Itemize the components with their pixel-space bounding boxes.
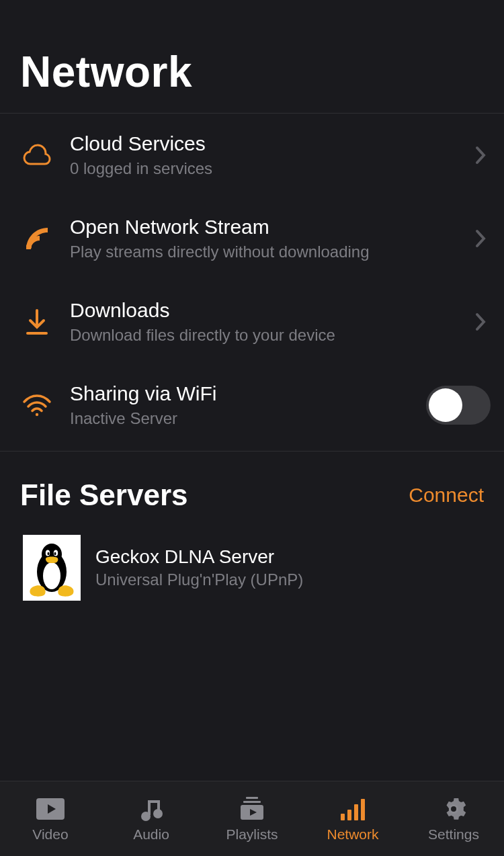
row-title: Downloads (70, 299, 454, 322)
wifi-icon (20, 388, 54, 422)
row-cloud-services[interactable]: Cloud Services 0 logged in services (0, 114, 504, 197)
row-subtitle: Play streams directly without downloadin… (70, 243, 454, 261)
spacer (0, 613, 504, 781)
row-subtitle: 0 logged in services (70, 159, 454, 178)
svg-rect-18 (354, 804, 358, 820)
svg-rect-13 (246, 797, 258, 799)
svg-point-8 (54, 552, 56, 555)
tab-label: Playlists (226, 826, 278, 843)
row-subtitle: Download files directly to your device (70, 326, 454, 345)
tab-playlists[interactable]: Playlists (202, 781, 302, 856)
tab-settings[interactable]: Settings (403, 781, 504, 856)
row-downloads[interactable]: Downloads Download files directly to you… (0, 280, 504, 363)
settings-icon (441, 796, 466, 822)
row-open-network-stream[interactable]: Open Network Stream Play streams directl… (0, 197, 504, 280)
svg-point-1 (36, 413, 38, 416)
row-title: Open Network Stream (70, 216, 454, 239)
row-subtitle: Inactive Server (70, 409, 410, 428)
connect-button[interactable]: Connect (409, 484, 484, 507)
server-subtitle: Universal Plug'n'Play (UPnP) (95, 570, 303, 589)
tab-audio[interactable]: Audio (101, 781, 202, 856)
page-header: Network (0, 0, 504, 114)
svg-point-0 (26, 244, 32, 249)
svg-point-7 (48, 552, 50, 555)
wifi-sharing-toggle[interactable] (426, 386, 491, 425)
svg-rect-14 (243, 801, 261, 803)
video-icon (36, 796, 65, 822)
cloud-icon (20, 138, 54, 172)
svg-point-10 (141, 812, 151, 821)
server-texts: Geckox DLNA Server Universal Plug'n'Play… (95, 546, 303, 589)
file-servers-header: File Servers Connect (0, 452, 504, 523)
tab-label: Network (327, 826, 378, 843)
row-title: Cloud Services (70, 132, 454, 155)
download-icon (20, 305, 54, 339)
row-title: Sharing via WiFi (70, 382, 410, 405)
server-row[interactable]: Geckox DLNA Server Universal Plug'n'Play… (0, 523, 504, 613)
svg-rect-16 (341, 814, 345, 820)
toggle-knob (429, 388, 462, 422)
row-texts: Downloads Download files directly to you… (70, 299, 454, 345)
row-texts: Sharing via WiFi Inactive Server (70, 382, 410, 428)
chevron-right-icon (470, 146, 491, 165)
tab-bar: Video Audio Pl (0, 781, 504, 856)
svg-point-4 (43, 562, 60, 589)
tab-label: Audio (133, 826, 169, 843)
tab-label: Settings (428, 826, 479, 843)
network-options-list: Cloud Services 0 logged in services Open… (0, 114, 504, 447)
svg-rect-17 (347, 810, 351, 820)
row-texts: Cloud Services 0 logged in services (70, 132, 454, 178)
tab-network[interactable]: Network (302, 781, 403, 856)
chevron-right-icon (470, 229, 491, 248)
row-texts: Open Network Stream Play streams directl… (70, 216, 454, 261)
tux-icon (23, 535, 81, 601)
row-sharing-wifi: Sharing via WiFi Inactive Server (0, 363, 504, 447)
svg-rect-19 (361, 799, 365, 820)
svg-rect-12 (157, 800, 160, 812)
network-icon (339, 796, 366, 822)
playlist-icon (239, 796, 265, 822)
server-title: Geckox DLNA Server (95, 546, 303, 568)
page-title: Network (20, 47, 484, 97)
chevron-right-icon (470, 312, 491, 331)
tab-video[interactable]: Video (0, 781, 101, 856)
file-servers-title: File Servers (20, 478, 188, 512)
stream-icon (20, 222, 54, 255)
tab-label: Video (32, 826, 68, 843)
svg-point-20 (451, 806, 456, 812)
audio-icon (140, 796, 163, 822)
